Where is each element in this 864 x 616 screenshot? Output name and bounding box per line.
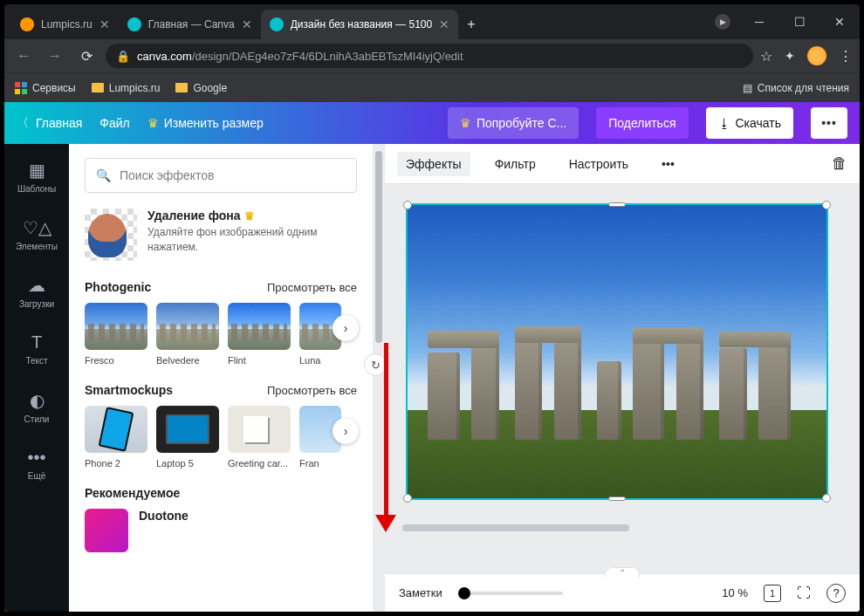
effects-tab[interactable]: Эффекты: [397, 152, 470, 176]
rail-styles[interactable]: ◐Стили: [4, 378, 69, 435]
app-header: 〈 Главная Файл ♛ Изменить размер ♛ Попро…: [4, 102, 860, 144]
resize-handle[interactable]: [608, 496, 626, 501]
slider-knob[interactable]: [458, 587, 470, 599]
resize-handle[interactable]: [403, 201, 412, 209]
fullscreen-icon[interactable]: ⛶: [797, 585, 811, 601]
view-all-link[interactable]: Просмотреть все: [267, 281, 357, 294]
chevron-left-icon: 〈: [17, 115, 29, 131]
folder-icon: [92, 83, 104, 92]
rail-templates[interactable]: ▦Шаблоны: [4, 147, 69, 205]
file-menu[interactable]: Файл: [99, 116, 129, 130]
search-icon: 🔍: [96, 168, 111, 182]
mockup-card[interactable]: Greeting car...: [228, 406, 291, 469]
favicon: [270, 17, 284, 31]
share-button[interactable]: Поделиться: [596, 107, 688, 139]
close-icon[interactable]: ✕: [99, 17, 110, 31]
minimize-button[interactable]: ─: [739, 4, 779, 39]
close-icon[interactable]: ✕: [439, 17, 449, 31]
url-input[interactable]: 🔒 canva.com/design/DAEg4eo7zF4/6DLnihA3a…: [106, 44, 753, 68]
bg-remover-card[interactable]: Удаление фона♛ Удаляйте фон изображений …: [85, 209, 357, 261]
notes-button[interactable]: Заметки: [399, 586, 442, 599]
bookmark-google[interactable]: Google: [175, 82, 227, 94]
reading-list-icon: ▤: [743, 82, 752, 94]
reload-button[interactable]: ⟳: [74, 44, 99, 68]
effect-flint[interactable]: Flint: [228, 303, 291, 366]
apps-button[interactable]: Сервисы: [15, 82, 76, 94]
favicon: [20, 17, 34, 31]
page-indicator[interactable]: 1: [764, 585, 781, 602]
expand-up-button[interactable]: ⌃: [605, 567, 640, 578]
section-title: Рекомендуемое: [85, 486, 180, 500]
rail-text[interactable]: TТекст: [4, 320, 69, 378]
section-title: Photogenic: [85, 280, 151, 294]
bookmarks-bar: Сервисы Lumpics.ru Google ▤ Список для ч…: [4, 72, 860, 102]
browser-tab-2[interactable]: Главная — Canva ✕: [119, 10, 261, 39]
duotone-card[interactable]: Duotone: [85, 509, 357, 552]
duotone-thumb: [85, 509, 128, 552]
crown-icon: ♛: [460, 116, 471, 130]
trash-icon[interactable]: 🗑: [832, 154, 847, 173]
profile-avatar[interactable]: [807, 46, 826, 65]
mockup-phone[interactable]: Phone 2: [85, 406, 147, 469]
scrollbar-thumb[interactable]: [375, 151, 382, 343]
scrollbar-thumb[interactable]: [402, 524, 629, 531]
crown-icon: ♛: [147, 116, 159, 130]
effect-fresco[interactable]: Fresco: [85, 303, 147, 366]
home-link[interactable]: 〈 Главная: [17, 115, 82, 131]
rail-elements[interactable]: ♡△Элементы: [4, 205, 69, 263]
rail-uploads[interactable]: ☁Загрузки: [4, 263, 69, 320]
canvas-view[interactable]: [385, 184, 860, 573]
media-indicator-icon[interactable]: ▶: [715, 14, 730, 30]
browser-tab-1[interactable]: Lumpics.ru ✕: [11, 10, 119, 39]
download-icon: ⭳: [718, 116, 730, 130]
scroll-next-button[interactable]: ›: [333, 418, 359, 444]
star-icon[interactable]: ☆: [760, 48, 772, 65]
lock-icon: 🔒: [116, 50, 130, 63]
effect-belvedere[interactable]: Belvedere: [156, 303, 219, 366]
resize-handle[interactable]: [608, 202, 626, 207]
view-all-link[interactable]: Просмотреть все: [267, 384, 357, 397]
browser-titlebar: Lumpics.ru ✕ Главная — Canva ✕ Дизайн бе…: [4, 4, 860, 39]
selected-image[interactable]: [406, 203, 828, 500]
more-button[interactable]: •••: [811, 107, 847, 139]
templates-icon: ▦: [29, 160, 45, 181]
folder-icon: [175, 83, 188, 92]
panel-scrollbar[interactable]: ↻: [373, 144, 385, 612]
mockup-laptop[interactable]: Laptop 5: [156, 406, 219, 469]
browser-tab-3[interactable]: Дизайн без названия — 5100 ✕: [261, 10, 458, 39]
palette-icon: ◐: [30, 390, 45, 411]
effects-panel: 🔍 Поиск эффектов Удаление фона♛ Удаляйте…: [69, 144, 373, 612]
forward-button[interactable]: →: [43, 44, 67, 68]
sync-button[interactable]: ↻: [364, 353, 387, 376]
bookmark-lumpics[interactable]: Lumpics.ru: [92, 82, 161, 94]
close-window-button[interactable]: ✕: [819, 4, 860, 39]
scroll-next-button[interactable]: ›: [333, 315, 359, 341]
download-button[interactable]: ⭳ Скачать: [706, 107, 794, 139]
resize-handle[interactable]: [403, 494, 412, 503]
adjust-tab[interactable]: Настроить: [560, 152, 637, 176]
more-toolbar[interactable]: •••: [653, 152, 683, 176]
resize-handle[interactable]: [822, 201, 831, 209]
help-icon[interactable]: ?: [826, 584, 846, 603]
reading-list-button[interactable]: ▤ Список для чтения: [743, 82, 849, 94]
resize-handle[interactable]: [822, 494, 831, 503]
back-button[interactable]: ←: [11, 44, 36, 68]
resize-button[interactable]: ♛ Изменить размер: [147, 116, 264, 130]
browser-addressbar: ← → ⟳ 🔒 canva.com/design/DAEg4eo7zF4/6DL…: [4, 39, 860, 72]
try-pro-button[interactable]: ♛ Попробуйте С...: [448, 107, 579, 139]
section-title: Smartmockups: [85, 383, 173, 397]
extension-icon[interactable]: ✦: [785, 49, 795, 63]
horizontal-scrollbar[interactable]: [402, 523, 842, 533]
new-tab-button[interactable]: +: [458, 13, 483, 36]
menu-icon[interactable]: ⋮: [839, 48, 853, 65]
rail-more[interactable]: •••Ещё: [4, 435, 69, 493]
filter-tab[interactable]: Фильтр: [486, 152, 545, 176]
more-icon: •••: [27, 448, 45, 468]
crown-icon: ♛: [244, 209, 255, 222]
search-input[interactable]: 🔍 Поиск эффектов: [85, 158, 357, 193]
close-icon[interactable]: ✕: [242, 17, 252, 31]
maximize-button[interactable]: ☐: [779, 4, 819, 39]
feature-thumb: [85, 209, 137, 261]
zoom-slider[interactable]: [458, 592, 563, 595]
zoom-value[interactable]: 10 %: [722, 586, 748, 599]
